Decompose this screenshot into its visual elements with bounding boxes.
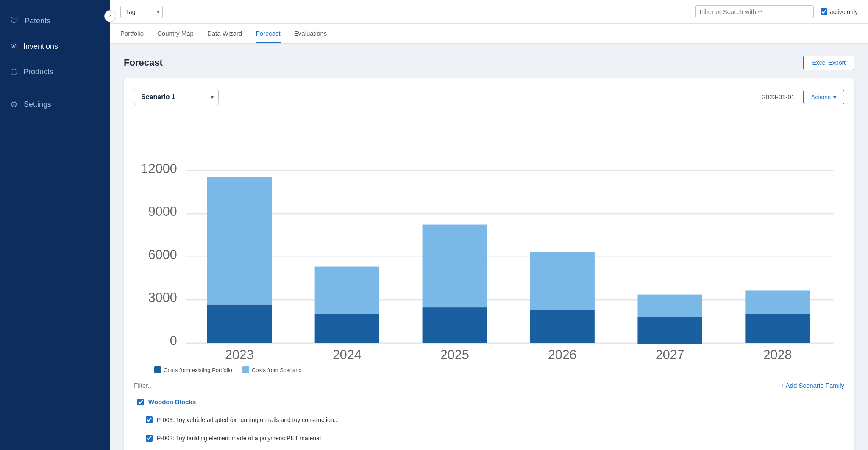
bar-2023-existing [207, 304, 272, 343]
scenario-select[interactable]: Scenario 1 [134, 89, 219, 105]
svg-text:2023: 2023 [225, 347, 254, 361]
legend-existing-label: Costs from existing Portfolio [164, 367, 232, 373]
bar-2027-existing [637, 317, 702, 344]
svg-text:2026: 2026 [548, 347, 577, 361]
bar-2023-scenario [207, 177, 272, 305]
scenario-list: Wooden Blocks P-003: Toy vehicle adapted… [134, 393, 844, 450]
legend-scenario: Costs from Scenario [242, 366, 302, 373]
sidebar-toggle[interactable]: ‹ [104, 10, 116, 22]
bar-2025-existing [423, 307, 487, 343]
svg-text:2028: 2028 [763, 347, 792, 361]
bar-2026-scenario [530, 252, 594, 310]
list-item[interactable]: P-002: Toy building element made of a po… [134, 429, 844, 447]
item-label: P-002: Toy building element made of a po… [157, 435, 321, 442]
tab-data-wizard[interactable]: Data Wizard [207, 24, 242, 43]
active-only-wrap: active only [821, 8, 858, 15]
svg-text:9000: 9000 [148, 204, 177, 218]
list-item[interactable]: P-003: Toy vehicle adapted for running o… [134, 411, 844, 429]
scenario-date: 2023-01-01 [762, 93, 795, 101]
scenario-header: Scenario 1 2023-01-01 Actions ▾ [134, 89, 844, 105]
forecast-card: Scenario 1 2023-01-01 Actions ▾ 0 3000 6… [124, 78, 854, 450]
svg-text:2024: 2024 [333, 347, 362, 361]
forecast-chart: 0 3000 6000 9000 12000 [134, 114, 844, 361]
bar-2028-existing [745, 314, 810, 343]
bar-2024-scenario [315, 267, 379, 314]
svg-text:3000: 3000 [148, 290, 177, 305]
filter-row: + Add Scenario Family [134, 382, 844, 389]
actions-button[interactable]: Actions ▾ [803, 90, 844, 104]
scenario-filter-input[interactable] [134, 382, 219, 389]
bar-2026-existing [530, 310, 594, 343]
svg-text:6000: 6000 [148, 247, 177, 262]
content-header: Forecast Excel Export [124, 56, 854, 70]
sidebar-divider [8, 88, 102, 88]
excel-export-button[interactable]: Excel Export [803, 56, 854, 70]
sidebar-item-label: Products [23, 67, 53, 76]
bar-2027-scenario [637, 295, 702, 317]
content-area: Forecast Excel Export Scenario 1 2023-01… [110, 44, 868, 450]
page-title: Forecast [124, 57, 163, 68]
list-item[interactable]: P-001: Toy figurine with a battery [134, 447, 844, 450]
sparkle-icon: ✳ [10, 41, 17, 51]
legend-existing: Costs from existing Portfolio [154, 366, 232, 373]
sidebar-item-patents[interactable]: 🛡 Patents [0, 8, 110, 34]
tab-country-map[interactable]: Country Map [157, 24, 194, 43]
sidebar-item-inventions[interactable]: ✳ Inventions [0, 34, 110, 59]
sidebar-nav: 🛡 Patents ✳ Inventions ⬡ Products ⚙ Sett… [0, 8, 110, 117]
scenario-select-wrap: Scenario 1 [134, 89, 219, 105]
svg-text:12000: 12000 [141, 161, 177, 176]
tag-select[interactable]: Tag [120, 6, 163, 18]
shield-icon: 🛡 [10, 16, 19, 26]
item-checkbox[interactable] [146, 435, 153, 442]
tag-select-wrap: Tag [120, 6, 163, 18]
legend-scenario-label: Costs from Scenario [252, 367, 302, 373]
gear-icon: ⚙ [10, 99, 18, 109]
add-scenario-family-button[interactable]: + Add Scenario Family [781, 382, 845, 389]
sidebar-item-settings[interactable]: ⚙ Settings [0, 92, 110, 117]
bar-2024-existing [315, 314, 379, 343]
family-checkbox[interactable] [137, 399, 144, 405]
sidebar-item-label: Inventions [23, 42, 58, 51]
tab-evaluations[interactable]: Evaluations [294, 24, 327, 43]
item-label: P-003: Toy vehicle adapted for running o… [157, 416, 339, 423]
legend-existing-color [154, 366, 161, 373]
chevron-down-icon: ▾ [833, 94, 836, 101]
active-only-label: active only [830, 8, 858, 15]
active-only-checkbox[interactable] [821, 8, 827, 15]
topbar: Tag active only [110, 0, 868, 24]
nav-tabs: Portfolio Country Map Data Wizard Foreca… [110, 24, 868, 44]
search-bar [695, 5, 814, 18]
sidebar: ‹ 🛡 Patents ✳ Inventions ⬡ Products ⚙ Se… [0, 0, 110, 450]
sidebar-item-products[interactable]: ⬡ Products [0, 59, 110, 84]
legend-scenario-color [242, 366, 249, 373]
chart-area: 0 3000 6000 9000 12000 [134, 114, 844, 373]
cube-icon: ⬡ [10, 67, 17, 77]
tab-portfolio[interactable]: Portfolio [120, 24, 144, 43]
sidebar-item-label: Settings [24, 100, 51, 109]
svg-text:2025: 2025 [440, 347, 469, 361]
chart-legend: Costs from existing Portfolio Costs from… [154, 366, 844, 373]
tab-forecast[interactable]: Forecast [256, 24, 280, 43]
item-checkbox[interactable] [146, 416, 153, 423]
family-name: Wooden Blocks [148, 398, 196, 405]
actions-label: Actions [811, 94, 831, 101]
svg-text:0: 0 [170, 333, 177, 348]
main-content: Tag active only Portfolio Country Map Da… [110, 0, 868, 450]
scenario-family-header[interactable]: Wooden Blocks [134, 393, 844, 411]
svg-text:2027: 2027 [656, 347, 684, 361]
search-input[interactable] [700, 8, 809, 15]
bar-2028-scenario [745, 290, 810, 314]
sidebar-item-label: Patents [25, 17, 50, 25]
bar-2025-scenario [423, 225, 487, 308]
